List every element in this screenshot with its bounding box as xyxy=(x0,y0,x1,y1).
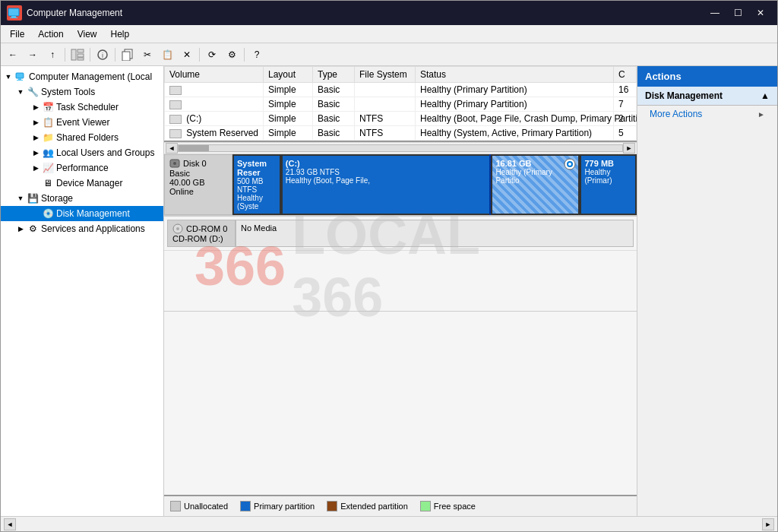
help-button[interactable]: ? xyxy=(248,46,266,63)
local-users-icon: 👥 xyxy=(42,147,54,159)
root-expand-btn[interactable]: ▼ xyxy=(2,71,14,83)
shared-folders-expand[interactable]: ▶ xyxy=(30,131,42,144)
scroll-thumb[interactable] xyxy=(179,145,209,151)
svg-rect-4 xyxy=(77,49,84,52)
volume-row-0[interactable]: Simple Basic Healthy (Primary Partition)… xyxy=(165,83,637,97)
legend-unallocated: Unallocated xyxy=(170,501,228,511)
actions-section-disk-mgmt: Disk Management ▲ More Actions ► xyxy=(637,87,777,122)
services-expand[interactable]: ▶ xyxy=(14,223,27,235)
properties-button[interactable]: i xyxy=(93,46,112,63)
scroll-track[interactable] xyxy=(178,144,623,152)
horizontal-scrollbar[interactable]: ◄ ► xyxy=(164,142,637,154)
sidebar-item-disk-management[interactable]: 💿 Disk Management xyxy=(1,206,163,221)
sidebar-item-device-manager[interactable]: 🖥 Device Manager xyxy=(1,176,163,191)
more-actions-label: More Actions xyxy=(650,109,702,119)
svg-text:i: i xyxy=(102,52,103,59)
c-size: 21.93 GB NTFS xyxy=(286,168,487,176)
svg-rect-13 xyxy=(17,80,23,81)
minimize-button[interactable]: — xyxy=(704,5,726,21)
copy-button[interactable] xyxy=(119,46,137,63)
col-volume[interactable]: Volume xyxy=(165,67,264,83)
sysreserved-name: System Reser xyxy=(237,159,277,177)
legend-free: Free space xyxy=(420,501,476,511)
shared-folders-icon: 📁 xyxy=(42,131,54,144)
system-tools-expand[interactable]: ▼ xyxy=(14,86,27,98)
toolbar-separator-5 xyxy=(244,48,245,62)
up-button[interactable]: ↑ xyxy=(43,46,62,63)
partition-last[interactable]: 779 MB Healthy (Primar) xyxy=(580,154,636,215)
cut-button[interactable]: ✂ xyxy=(138,46,157,63)
toolbar-separator-3 xyxy=(115,48,115,62)
volume-row-1[interactable]: Simple Basic Healthy (Primary Partition)… xyxy=(165,97,637,112)
volume-row-2[interactable]: (C:) Simple Basic NTFS Healthy (Boot, Pa… xyxy=(165,112,637,126)
delete-button[interactable]: ✕ xyxy=(178,46,196,63)
device-manager-icon: 🖥 xyxy=(42,177,54,189)
sidebar-item-shared-folders[interactable]: ▶ 📁 Shared Folders xyxy=(1,130,163,145)
extended-label: Extended partition xyxy=(340,502,408,511)
storage-icon: 💾 xyxy=(27,192,39,204)
menu-help[interactable]: Help xyxy=(105,27,136,41)
partition-c[interactable]: (C:) 21.93 GB NTFS Healthy (Boot, Page F… xyxy=(281,154,492,215)
sidebar-event-viewer-label: Event Viewer xyxy=(56,117,109,128)
sidebar-item-performance[interactable]: ▶ 📈 Performance xyxy=(1,160,163,176)
local-users-expand[interactable]: ▶ xyxy=(30,147,42,159)
menu-view[interactable]: View xyxy=(71,27,103,41)
event-viewer-expand[interactable]: ▶ xyxy=(30,116,42,128)
show-hide-tree-button[interactable] xyxy=(68,46,87,63)
col-type[interactable]: Type xyxy=(313,67,355,83)
svg-point-15 xyxy=(173,162,176,165)
sidebar-item-services[interactable]: ▶ ⚙ Services and Applications xyxy=(1,221,163,236)
col-filesystem[interactable]: File System xyxy=(355,67,416,83)
legend-bar: Unallocated Primary partition Extended p… xyxy=(164,495,637,516)
svg-rect-12 xyxy=(18,78,21,80)
scroll-left-arrow[interactable]: ◄ xyxy=(166,143,178,154)
app-icon xyxy=(7,5,22,21)
menu-file[interactable]: File xyxy=(4,27,30,41)
sidebar-item-local-users[interactable]: ▶ 👥 Local Users and Groups xyxy=(1,145,163,160)
disk0-row: Disk 0 Basic 40.00 GB Online System Rese… xyxy=(164,154,637,217)
volume-row-3[interactable]: System Reserved Simple Basic NTFS Health… xyxy=(165,126,637,141)
sidebar-storage-label: Storage xyxy=(41,193,73,204)
empty-area xyxy=(164,251,637,312)
sidebar-item-system-tools[interactable]: ▼ 🔧 System Tools xyxy=(1,84,163,100)
sidebar-item-root[interactable]: ▼ Computer Management (Local xyxy=(1,69,163,84)
close-button[interactable]: ✕ xyxy=(750,5,771,21)
forward-button[interactable]: → xyxy=(24,46,42,63)
more-actions-link[interactable]: More Actions ► xyxy=(637,106,777,122)
legend-primary: Primary partition xyxy=(240,501,315,511)
col-status[interactable]: Status xyxy=(416,67,614,83)
unallocated-label: Unallocated xyxy=(184,502,228,511)
sidebar-item-event-viewer[interactable]: ▶ 📋 Event Viewer xyxy=(1,115,163,130)
back-button[interactable]: ← xyxy=(4,46,22,63)
sidebar-disk-management-label: Disk Management xyxy=(56,208,130,219)
sidebar-root-label: Computer Management (Local xyxy=(29,71,152,82)
col-cap[interactable]: C xyxy=(614,67,637,83)
svg-rect-0 xyxy=(8,8,19,16)
status-scroll-left[interactable]: ◄ xyxy=(4,518,16,530)
col-layout[interactable]: Layout xyxy=(264,67,313,83)
maximize-button[interactable]: ☐ xyxy=(727,5,748,21)
partition-sysreserved[interactable]: System Reser 500 MB NTFS Healthy (Syste xyxy=(232,154,281,215)
task-scheduler-expand[interactable]: ▶ xyxy=(30,101,42,113)
actions-disk-management-label: Disk Management xyxy=(645,90,723,101)
status-scroll-right[interactable]: ► xyxy=(762,518,774,530)
svg-rect-3 xyxy=(71,49,76,60)
performance-expand[interactable]: ▶ xyxy=(30,162,42,174)
partition-data[interactable]: 16.81 GB Healthy (Primary Partitio xyxy=(491,154,580,215)
paste-button[interactable]: 📋 xyxy=(158,46,176,63)
sidebar-item-storage[interactable]: ▼ 💾 Storage xyxy=(1,191,163,206)
menu-action[interactable]: Action xyxy=(32,27,69,41)
actions-panel: Actions Disk Management ▲ More Actions ► xyxy=(637,66,777,516)
actions-disk-management-title[interactable]: Disk Management ▲ xyxy=(637,87,777,106)
storage-expand[interactable]: ▼ xyxy=(14,192,27,204)
disk0-size: 40.00 GB xyxy=(169,178,227,187)
sidebar-item-task-scheduler[interactable]: ▶ 📅 Task Scheduler xyxy=(1,100,163,115)
properties2-button[interactable]: ⚙ xyxy=(223,46,241,63)
last-status: Healthy (Primar) xyxy=(584,168,631,185)
sidebar-device-manager-label: Device Manager xyxy=(56,178,122,188)
scroll-right-arrow[interactable]: ► xyxy=(623,143,635,154)
svg-rect-1 xyxy=(11,16,16,17)
svg-rect-6 xyxy=(77,58,84,60)
refresh-button[interactable]: ⟳ xyxy=(203,46,221,63)
svg-point-18 xyxy=(568,163,571,166)
